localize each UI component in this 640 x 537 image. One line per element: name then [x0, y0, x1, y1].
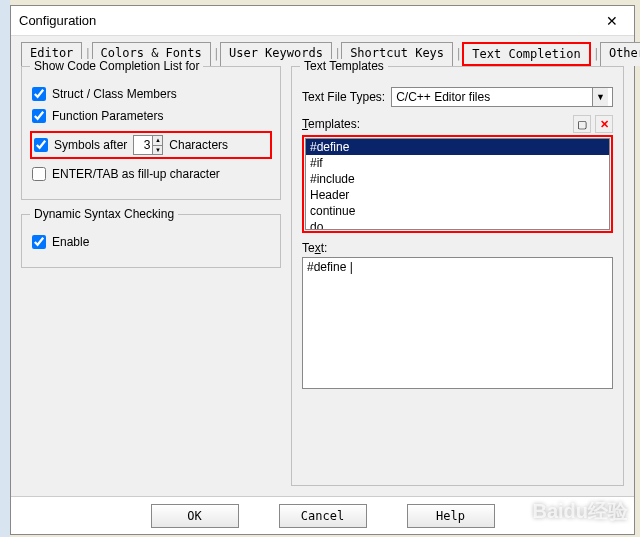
label-templates: Templates: — [302, 117, 360, 131]
text-content: #define | — [307, 260, 353, 274]
list-item[interactable]: #define — [306, 139, 609, 155]
group-templates: Text Templates Text File Types: C/C++ Ed… — [291, 66, 624, 486]
group-templates-title: Text Templates — [300, 59, 388, 73]
label-text: Text: — [302, 241, 613, 255]
cancel-button[interactable]: Cancel — [279, 504, 367, 528]
group-show-list: Show Code Completion List for Struct / C… — [21, 66, 281, 200]
label-enable: Enable — [52, 235, 89, 249]
list-item[interactable]: Header — [306, 187, 609, 203]
spin-down-icon[interactable]: ▼ — [152, 146, 162, 155]
check-struct[interactable] — [32, 87, 46, 101]
check-enable[interactable] — [32, 235, 46, 249]
text-editor[interactable]: #define | — [302, 257, 613, 389]
spin-up-icon[interactable]: ▲ — [152, 136, 162, 146]
spinner-input[interactable] — [134, 136, 152, 154]
check-function[interactable] — [32, 109, 46, 123]
content-area: Editor| Colors & Fonts| User Keywords| S… — [11, 36, 634, 496]
background-strip — [0, 0, 10, 537]
config-window: Configuration ✕ Editor| Colors & Fonts| … — [10, 5, 635, 535]
help-button[interactable]: Help — [407, 504, 495, 528]
window-title: Configuration — [19, 13, 598, 28]
list-item[interactable]: do — [306, 219, 609, 230]
list-item[interactable]: #if — [306, 155, 609, 171]
spinner-symbols[interactable]: ▲ ▼ — [133, 135, 163, 155]
button-bar: OK Cancel Help — [11, 496, 634, 534]
tab-other[interactable]: Other — [600, 42, 640, 66]
list-item[interactable]: continue — [306, 203, 609, 219]
templates-highlight: #define #if #include Header continue do … — [302, 135, 613, 233]
label-filetypes: Text File Types: — [302, 90, 385, 104]
ok-button[interactable]: OK — [151, 504, 239, 528]
combo-filetypes[interactable]: C/C++ Editor files ▼ — [391, 87, 613, 107]
templates-listbox[interactable]: #define #if #include Header continue do … — [305, 138, 610, 230]
chevron-down-icon: ▼ — [592, 88, 608, 106]
tab-text-completion[interactable]: Text Completion — [462, 42, 590, 66]
check-symbols[interactable] — [34, 138, 48, 152]
group-dynamic-title: Dynamic Syntax Checking — [30, 207, 178, 221]
list-item[interactable]: #include — [306, 171, 609, 187]
label-symbols-prefix: Symbols after — [54, 138, 127, 152]
new-template-button[interactable]: ▢ — [573, 115, 591, 133]
close-button[interactable]: ✕ — [598, 10, 626, 32]
label-entertab: ENTER/TAB as fill-up character — [52, 167, 220, 181]
check-entertab[interactable] — [32, 167, 46, 181]
label-symbols-suffix: Characters — [169, 138, 228, 152]
group-show-list-title: Show Code Completion List for — [30, 59, 203, 73]
label-struct: Struct / Class Members — [52, 87, 177, 101]
delete-template-button[interactable]: ✕ — [595, 115, 613, 133]
label-function: Function Parameters — [52, 109, 163, 123]
group-dynamic: Dynamic Syntax Checking Enable — [21, 214, 281, 268]
titlebar: Configuration ✕ — [11, 6, 634, 36]
combo-filetypes-value: C/C++ Editor files — [396, 90, 490, 104]
